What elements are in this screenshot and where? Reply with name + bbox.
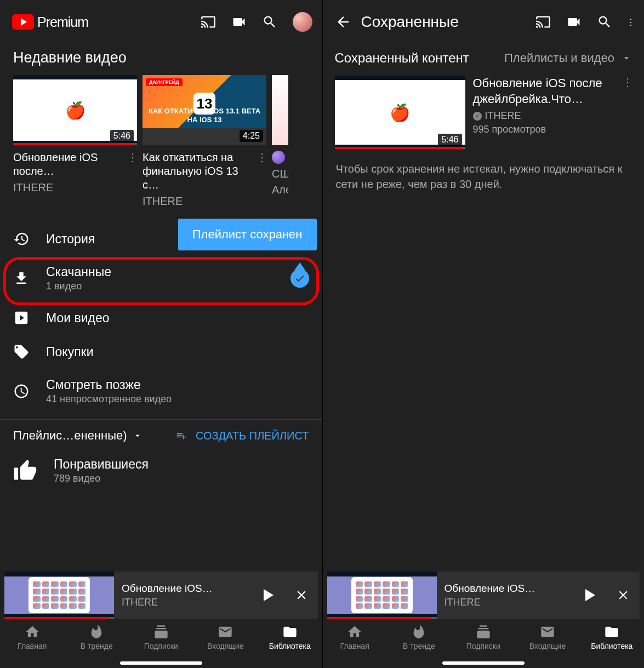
home-icon bbox=[25, 624, 40, 640]
close-button[interactable] bbox=[285, 579, 318, 612]
menu-label: Смотреть позже bbox=[46, 378, 309, 392]
clock-icon bbox=[13, 383, 30, 399]
video-title: Как откатиться на финальную iOS 13 с… bbox=[143, 151, 252, 192]
menu-downloads[interactable]: Скачанные 1 видео bbox=[0, 256, 322, 301]
filter-dropdown[interactable]: Плейлисты и видео bbox=[504, 51, 632, 65]
play-button[interactable] bbox=[252, 579, 285, 612]
avatar[interactable] bbox=[293, 12, 312, 32]
verified-icon: ✓ bbox=[473, 112, 482, 121]
more-icon[interactable]: ⋮ bbox=[628, 14, 634, 30]
close-icon bbox=[294, 588, 309, 602]
tag-icon bbox=[13, 344, 30, 360]
mini-thumbnail[interactable] bbox=[327, 572, 437, 619]
subscriptions-icon bbox=[476, 624, 491, 640]
premium-label: Premium bbox=[37, 14, 88, 30]
library-screen: Premium Недавние видео 🍎 5:46 Обновление… bbox=[0, 0, 322, 668]
header: Premium bbox=[0, 0, 322, 44]
camera-icon[interactable] bbox=[566, 14, 582, 30]
close-icon bbox=[616, 588, 630, 602]
apple-logo-icon: 🍎 bbox=[390, 103, 410, 122]
subscriptions-icon bbox=[153, 624, 169, 640]
header: Сохраненные ⋮ bbox=[323, 0, 645, 44]
search-icon[interactable] bbox=[597, 14, 612, 30]
nav-subscriptions[interactable]: Подписки bbox=[129, 624, 193, 650]
video-duration: 5:46 bbox=[438, 134, 461, 146]
search-icon[interactable] bbox=[262, 14, 277, 30]
more-icon[interactable]: ⋮ bbox=[127, 151, 137, 164]
menu-sublabel: 41 непросмотренное видео bbox=[46, 393, 309, 405]
video-channel: ✓ITHERE bbox=[473, 110, 615, 122]
nav-inbox[interactable]: Входящие bbox=[515, 624, 579, 650]
tabs: Сохраненный контент Плейлисты и видео bbox=[323, 44, 645, 76]
tab-saved-content[interactable]: Сохраненный контент bbox=[335, 50, 469, 66]
video-duration: 5:46 bbox=[110, 130, 134, 142]
cast-icon[interactable] bbox=[201, 14, 216, 30]
recent-videos-row[interactable]: 🍎 5:46 Обновление iOS после… ⋮ ITHERE ДА… bbox=[0, 75, 322, 208]
liked-videos-item[interactable]: Понравившиеся 789 видео bbox=[0, 450, 322, 491]
nav-trending[interactable]: В тренде bbox=[387, 624, 451, 650]
cast-icon[interactable] bbox=[535, 14, 551, 30]
saved-video-item[interactable]: 🍎 5:46 Обновление iOS после джейлбрейка.… bbox=[323, 76, 645, 149]
menu-watch-later[interactable]: Смотреть позже 41 непросмотренное видео bbox=[0, 369, 322, 414]
mini-channel: ITHERE bbox=[122, 597, 244, 608]
bottom-nav: Главная В тренде Подписки Входящие Библи… bbox=[0, 619, 322, 668]
channel-avatar-icon bbox=[272, 151, 285, 164]
camera-icon[interactable] bbox=[231, 14, 247, 30]
menu-label: Покупки bbox=[46, 345, 309, 359]
playlist-title: Понравившиеся bbox=[54, 457, 309, 472]
close-button[interactable] bbox=[607, 579, 640, 612]
nav-inbox[interactable]: Входящие bbox=[193, 624, 258, 650]
bottom-nav: Главная В тренде Подписки Входящие Библи… bbox=[323, 619, 645, 668]
playlist-sort-dropdown[interactable]: Плейлис…ененные) bbox=[13, 429, 143, 443]
video-card[interactable]: L СШ Але bbox=[272, 75, 288, 208]
more-icon[interactable]: ⋮ bbox=[622, 76, 632, 149]
divider bbox=[0, 419, 322, 420]
nav-home[interactable]: Главная bbox=[0, 624, 65, 650]
folder-icon bbox=[282, 624, 298, 640]
video-thumbnail[interactable]: 🍎 5:46 bbox=[13, 75, 137, 145]
video-title: Обновление iOS после джейлбрейка.Что… bbox=[473, 76, 615, 107]
play-icon bbox=[264, 589, 273, 601]
video-card[interactable]: 🍎 5:46 Обновление iOS после… ⋮ ITHERE bbox=[13, 75, 137, 208]
menu-purchases[interactable]: Покупки bbox=[0, 335, 322, 369]
library-menu: Плейлист сохранен История Скачанные 1 ви… bbox=[0, 222, 322, 414]
create-playlist-button[interactable]: СОЗДАТЬ ПЛЕЙЛИСТ bbox=[174, 429, 309, 442]
youtube-premium-logo[interactable]: Premium bbox=[12, 14, 88, 30]
nav-library[interactable]: Библиотека bbox=[580, 624, 644, 650]
recent-videos-title: Недавние видео bbox=[0, 44, 322, 75]
video-thumbnail[interactable]: 🍎 5:46 bbox=[335, 76, 465, 149]
mini-channel: ITHERE bbox=[444, 597, 567, 608]
youtube-play-icon bbox=[12, 14, 34, 30]
download-icon bbox=[13, 270, 30, 287]
nav-trending[interactable]: В тренде bbox=[65, 624, 129, 650]
play-button[interactable] bbox=[574, 579, 607, 612]
nav-subscriptions[interactable]: Подписки bbox=[451, 624, 515, 650]
video-thumbnail[interactable] bbox=[272, 75, 288, 145]
video-views: 995 просмотров bbox=[473, 124, 615, 135]
menu-label: Скачанные bbox=[46, 265, 274, 279]
mini-player[interactable]: Обновление iOS… ITHERE bbox=[327, 572, 640, 619]
playlist-add-icon bbox=[174, 430, 189, 441]
nav-home[interactable]: Главная bbox=[323, 624, 387, 650]
menu-sublabel: 1 видео bbox=[46, 281, 274, 292]
more-icon[interactable]: ⋮ bbox=[257, 151, 266, 164]
video-channel: ITHERE bbox=[13, 181, 137, 194]
playlists-header: Плейлис…ененные) СОЗДАТЬ ПЛЕЙЛИСТ bbox=[0, 425, 322, 450]
home-indicator bbox=[120, 661, 202, 665]
page-title: Сохраненные bbox=[361, 13, 459, 31]
expiry-note: Чтобы срок хранения не истекал, нужно по… bbox=[323, 149, 645, 204]
video-channel: СШ bbox=[272, 168, 288, 180]
mini-player[interactable]: Обновление iOS… ITHERE bbox=[4, 572, 318, 619]
mini-thumbnail[interactable] bbox=[4, 572, 114, 619]
nav-library[interactable]: Библиотека bbox=[258, 624, 322, 650]
back-button[interactable] bbox=[335, 14, 351, 30]
chevron-down-icon bbox=[621, 53, 632, 64]
video-channel: Але bbox=[272, 184, 288, 196]
play-icon bbox=[585, 589, 595, 601]
menu-my-videos[interactable]: Мои видео bbox=[0, 301, 322, 335]
mail-icon bbox=[218, 624, 233, 640]
apple-logo-icon: 🍎 bbox=[65, 101, 86, 120]
video-thumbnail[interactable]: ДАУНГРЕЙД 13 КАК ОТКАТИТЬ С iOS 13.1 BET… bbox=[143, 75, 266, 145]
video-card[interactable]: ДАУНГРЕЙД 13 КАК ОТКАТИТЬ С iOS 13.1 BET… bbox=[143, 75, 266, 208]
menu-label: Мои видео bbox=[46, 311, 309, 326]
